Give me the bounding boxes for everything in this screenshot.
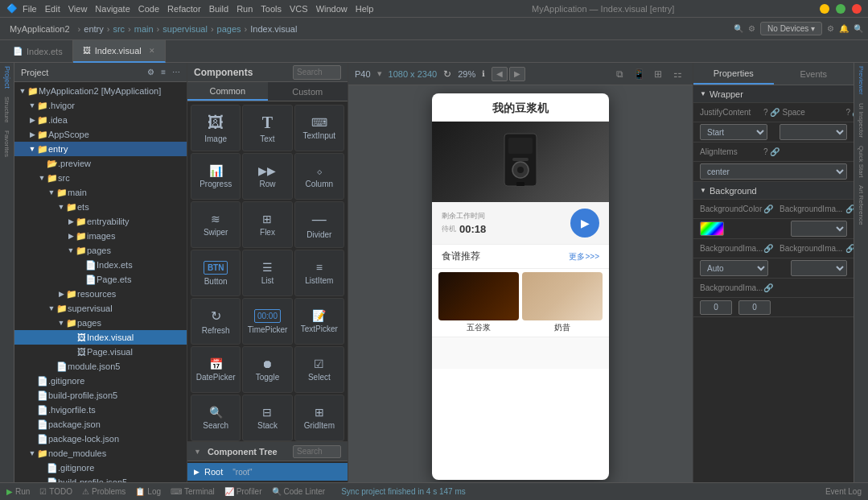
tree-item-nm-build-profile[interactable]: 📄 build-profile.json5 <box>14 475 187 482</box>
favorites-icon[interactable]: Favorites <box>3 130 10 157</box>
bg-image-link-icon-2[interactable]: 🔗 <box>763 244 773 253</box>
align-items-help-icon[interactable]: ? <box>763 147 768 156</box>
preview-refresh-icon[interactable]: ↻ <box>443 68 451 80</box>
components-search[interactable] <box>293 65 341 80</box>
comp-image[interactable]: 🖼 Image <box>191 105 241 151</box>
comp-tree-collapse-icon[interactable]: ▼ <box>194 448 201 456</box>
comp-tab-common[interactable]: Common <box>187 82 268 101</box>
root-component-item[interactable]: ▶ Root "root" <box>187 463 348 481</box>
bg-image-link-icon-1[interactable]: 🔗 <box>845 205 854 213</box>
justify-content-dropdown[interactable]: Start <box>700 124 767 140</box>
preview-select-icon[interactable]: ⊞ <box>649 66 667 82</box>
tree-item-nm-gitignore[interactable]: 📄 .gitignore <box>14 461 187 475</box>
comp-select[interactable]: ☑ Select <box>294 346 344 393</box>
tree-item-index-visual[interactable]: 🖼 Index.visual <box>14 330 187 345</box>
bg-image-auto-dropdown[interactable]: Auto <box>700 260 768 276</box>
comp-flex[interactable]: ⊞ Flex <box>242 201 292 248</box>
comp-search[interactable]: 🔍 Search <box>191 395 241 441</box>
tab-properties[interactable]: Properties <box>693 63 774 85</box>
device-selector[interactable]: No Devices ▾ <box>760 22 822 35</box>
menu-tools[interactable]: Tools <box>261 4 282 14</box>
previewer-icon[interactable]: Previewer <box>858 66 865 95</box>
phone-recipe-more[interactable]: 更多>>> <box>569 251 599 262</box>
preview-copy-icon[interactable]: ⧉ <box>611 66 628 82</box>
ui-inspector-icon[interactable]: UI Inspector <box>858 103 865 138</box>
phone-recipe-item-2[interactable]: 奶昔 <box>522 272 603 333</box>
comp-tab-custom[interactable]: Custom <box>268 82 348 101</box>
tree-item-appscope[interactable]: ▶ 📁 AppScope <box>14 127 187 142</box>
wrapper-section-header[interactable]: ▼ Wrapper <box>693 85 854 103</box>
preview-back-btn[interactable]: ◀ <box>492 67 508 81</box>
space-help-icon[interactable]: ? <box>846 108 851 117</box>
preview-forward-btn[interactable]: ▶ <box>509 67 525 81</box>
project-more-icon[interactable]: ⋯ <box>172 68 180 76</box>
minimize-button[interactable] <box>820 4 829 14</box>
tree-item-hvigorfile[interactable]: 📄 .hvigorfile.ts <box>14 403 187 417</box>
menu-view[interactable]: View <box>68 4 88 14</box>
component-tree-search[interactable] <box>293 445 341 458</box>
comp-timepicker[interactable]: 00:00 TimePicker <box>242 298 292 345</box>
menu-file[interactable]: File <box>23 4 37 14</box>
menu-vcs[interactable]: VCS <box>290 4 308 14</box>
preview-device-frame-icon[interactable]: 📱 <box>630 66 648 82</box>
menu-help[interactable]: Help <box>356 4 374 14</box>
justify-content-link-icon[interactable]: 🔗 <box>770 108 780 117</box>
bg-image-num2[interactable] <box>738 300 771 315</box>
status-todo[interactable]: ☑ TODO <box>39 487 72 496</box>
menu-run[interactable]: Run <box>237 4 253 14</box>
tree-item-main[interactable]: ▼ 📁 main <box>14 185 187 200</box>
tree-item-module-json[interactable]: 📄 module.json5 <box>14 359 187 374</box>
comp-textpicker[interactable]: 📝 TextPicker <box>294 298 344 345</box>
comp-progress[interactable]: 📊 Progress <box>191 153 241 200</box>
comp-refresh[interactable]: ↻ Refresh <box>191 298 241 345</box>
tree-item-build-profile[interactable]: 📄 build-profile.json5 <box>14 388 187 403</box>
structure-icon[interactable]: Structure <box>3 97 10 122</box>
align-items-link-icon[interactable]: 🔗 <box>770 147 780 156</box>
tab-events[interactable]: Events <box>774 63 854 85</box>
bg-color-swatch[interactable] <box>700 221 724 236</box>
comp-text[interactable]: T Text <box>242 105 292 151</box>
project-icon[interactable]: Project <box>3 66 11 89</box>
comp-divider[interactable]: — Divider <box>294 201 344 248</box>
comp-column[interactable]: ⬦ Column <box>294 153 344 200</box>
menu-build[interactable]: Build <box>209 4 228 14</box>
tab-index-ets[interactable]: 📄 Index.ets <box>3 40 73 63</box>
status-event-log[interactable]: Event Log <box>825 487 862 496</box>
quick-start-icon[interactable]: Quick Start <box>858 146 865 178</box>
tree-item-entry[interactable]: ▼ 📁 entry <box>14 142 187 156</box>
status-profiler[interactable]: 📈 Profiler <box>224 487 262 496</box>
tree-item-ets[interactable]: ▼ 📁 ets <box>14 200 187 214</box>
menu-code[interactable]: Code <box>138 4 159 14</box>
tree-item-supervisual-pages[interactable]: ▼ 📁 pages <box>14 316 187 330</box>
bg-image-link-icon-4[interactable]: 🔗 <box>763 283 773 292</box>
align-items-dropdown[interactable]: center <box>700 163 847 180</box>
art-reference-icon[interactable]: Art Reference <box>858 185 865 225</box>
tree-item-entryability[interactable]: ▶ 📁 entryability <box>14 214 187 229</box>
comp-datepicker[interactable]: 📅 DatePicker <box>191 346 241 393</box>
status-code-linter[interactable]: 🔍 Code Linter <box>272 487 326 496</box>
phone-recipe-item-1[interactable]: 五谷浆 <box>438 272 519 333</box>
menu-refactor[interactable]: Refactor <box>167 4 201 14</box>
tab-index-visual[interactable]: 🖼 Index.visual ✕ <box>73 40 166 63</box>
menu-edit[interactable]: Edit <box>45 4 60 14</box>
tree-item-gitignore[interactable]: 📄 .gitignore <box>14 374 187 388</box>
comp-swiper[interactable]: ≋ Swiper <box>191 201 241 248</box>
tree-item-preview[interactable]: 📂 .preview <box>14 156 187 171</box>
tree-item-src[interactable]: ▼ 📁 src <box>14 171 187 185</box>
comp-list[interactable]: ☰ List <box>242 250 292 296</box>
background-section-header[interactable]: ▼ Background <box>693 182 854 200</box>
tree-item-page-visual[interactable]: 🖼 Page.visual <box>14 345 187 359</box>
project-collapse-icon[interactable]: ≡ <box>161 68 166 76</box>
comp-row[interactable]: ▶▶ Row <box>242 153 292 200</box>
comp-griditem[interactable]: ⊞ GridItem <box>294 395 344 441</box>
tree-item-resources[interactable]: ▶ 📁 resources <box>14 287 187 301</box>
comp-toggle[interactable]: ⏺ Toggle <box>242 346 292 393</box>
tree-item-idea[interactable]: ▶ 📁 .idea <box>14 113 187 127</box>
status-run[interactable]: ▶ Run <box>6 487 30 496</box>
comp-button[interactable]: BTN Button <box>191 250 241 296</box>
status-log[interactable]: 📋 Log <box>135 487 161 496</box>
tree-item-package-json[interactable]: 📄 package.json <box>14 417 187 432</box>
preview-grid-icon[interactable]: ⚏ <box>668 66 686 82</box>
space-dropdown[interactable] <box>780 124 847 140</box>
menu-navigate[interactable]: Navigate <box>95 4 130 14</box>
